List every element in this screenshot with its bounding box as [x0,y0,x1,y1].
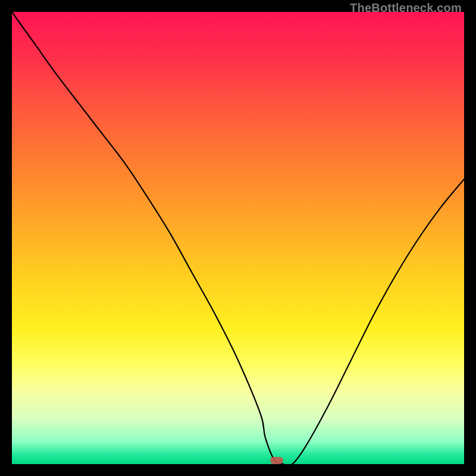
optimal-point-marker [270,457,283,464]
bottleneck-curve [12,12,464,464]
plot-area [12,12,464,464]
chart-container: TheBottleneck.com [0,0,476,476]
